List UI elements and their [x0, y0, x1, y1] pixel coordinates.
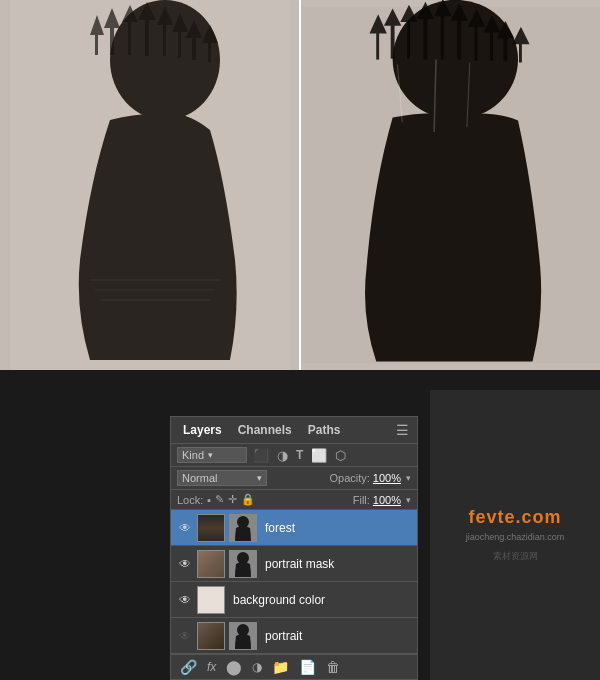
mask-silhouette-portrait [230, 551, 256, 577]
image-panel-right [301, 0, 600, 370]
watermark-line2: jiaocheng.chazidian.com [466, 532, 565, 542]
tab-paths[interactable]: Paths [304, 421, 345, 439]
svg-rect-14 [192, 35, 196, 60]
svg-rect-10 [163, 22, 166, 56]
lock-checkerboard-icon[interactable]: ▪ [207, 494, 211, 506]
svg-rect-35 [475, 24, 478, 61]
svg-rect-23 [376, 31, 379, 60]
image-area [0, 0, 600, 370]
lock-label: Lock: [177, 494, 203, 506]
tab-channels[interactable]: Channels [234, 421, 296, 439]
shape-filter-icon[interactable]: ⬜ [309, 448, 329, 463]
blend-mode-row: Normal ▾ Opacity: 100% ▾ [171, 467, 417, 490]
image-panel-left [0, 0, 301, 370]
delete-icon[interactable]: 🗑 [323, 659, 343, 675]
mask-portrait [229, 622, 257, 650]
panel-bottom-toolbar: 🔗 fx ⬤ ◑ 📁 📄 🗑 Add vector mask [171, 654, 417, 679]
svg-rect-25 [391, 24, 395, 59]
svg-rect-39 [504, 36, 508, 62]
opacity-chevron: ▾ [406, 473, 411, 483]
mask-forest [229, 514, 257, 542]
svg-rect-4 [110, 25, 114, 55]
watermark: fevte.com jiaocheng.chazidian.com 素材资源网 [430, 390, 600, 680]
lock-move-icon[interactable]: ✛ [228, 493, 237, 506]
watermark-cn-text: 素材资源网 [493, 550, 538, 563]
tab-layers[interactable]: Layers [179, 421, 226, 439]
blend-chevron: ▾ [257, 473, 262, 483]
pixel-filter-icon[interactable]: ⬛ [251, 448, 271, 463]
panel-menu-icon[interactable]: ☰ [396, 422, 409, 438]
thumb-portrait-mask [197, 550, 225, 578]
svg-rect-6 [128, 20, 131, 55]
svg-rect-16 [208, 40, 211, 62]
lock-fill-row: Lock: ▪ ✎ ✛ 🔒 Fill: 100% ▾ [171, 490, 417, 510]
visibility-icon-forest[interactable]: 👁 [177, 521, 193, 535]
layer-name-portrait: portrait [265, 629, 302, 643]
fill-section: Fill: 100% ▾ [353, 494, 411, 506]
svg-rect-41 [519, 41, 522, 62]
layer-row-portrait[interactable]: 👁 portrait [171, 618, 417, 654]
fill-chevron: ▾ [406, 495, 411, 505]
new-layer-icon[interactable]: 📄 [296, 659, 319, 675]
left-canvas [0, 0, 299, 370]
mask-portrait-mask [229, 550, 257, 578]
visibility-icon-portrait[interactable]: 👁 [177, 629, 193, 643]
opacity-value[interactable]: 100% [373, 472, 401, 484]
panel-header: Layers Channels Paths ☰ [171, 417, 417, 444]
svg-rect-33 [457, 18, 461, 59]
layer-name-forest: forest [265, 521, 295, 535]
mask-icon[interactable]: ⬤ [223, 659, 245, 675]
svg-rect-12 [178, 28, 181, 58]
kind-dropdown[interactable]: Kind ▾ [177, 447, 247, 463]
fill-label: Fill: [353, 494, 370, 506]
adjustment-filter-icon[interactable]: ◑ [275, 448, 290, 463]
thumb-portrait [197, 622, 225, 650]
opacity-label: Opacity: [330, 472, 370, 484]
blend-mode-dropdown[interactable]: Normal ▾ [177, 470, 267, 486]
layer-row-background-color[interactable]: 👁 background color [171, 582, 417, 618]
thumb-background-color [197, 586, 225, 614]
layer-row-forest[interactable]: 👁 forest [171, 510, 417, 546]
svg-rect-29 [423, 16, 427, 59]
mask-silhouette-forest [230, 515, 256, 541]
watermark-line1: fevte.com [468, 507, 561, 528]
thumb-forest [197, 514, 225, 542]
lock-all-icon[interactable]: 🔒 [241, 493, 255, 506]
layer-name-portrait-mask: portrait mask [265, 557, 334, 571]
smart-filter-icon[interactable]: ⬡ [333, 448, 348, 463]
svg-rect-37 [490, 30, 493, 61]
link-icon[interactable]: 🔗 [177, 659, 200, 675]
right-canvas [301, 0, 600, 370]
layers-panel: Layers Channels Paths ☰ Kind ▾ ⬛ ◑ T ⬜ ⬡… [170, 416, 418, 680]
svg-rect-8 [145, 18, 149, 56]
fill-value[interactable]: 100% [373, 494, 401, 506]
mask-silhouette-portrait2 [230, 623, 256, 649]
layer-row-portrait-mask[interactable]: 👁 portrait mask [171, 546, 417, 582]
opacity-section: Opacity: 100% ▾ [330, 472, 412, 484]
svg-rect-31 [441, 14, 444, 59]
kind-chevron: ▾ [208, 450, 213, 460]
visibility-icon-portrait-mask[interactable]: 👁 [177, 557, 193, 571]
type-filter-icon[interactable]: T [294, 448, 305, 462]
adjustment-icon[interactable]: ◑ [249, 660, 265, 674]
fx-icon[interactable]: fx [204, 660, 219, 674]
visibility-icon-background-color[interactable]: 👁 [177, 593, 193, 607]
folder-icon[interactable]: 📁 [269, 659, 292, 675]
svg-rect-27 [407, 20, 410, 59]
layer-name-background-color: background color [233, 593, 325, 607]
kind-toolbar: Kind ▾ ⬛ ◑ T ⬜ ⬡ [171, 444, 417, 467]
lock-brush-icon[interactable]: ✎ [215, 493, 224, 506]
